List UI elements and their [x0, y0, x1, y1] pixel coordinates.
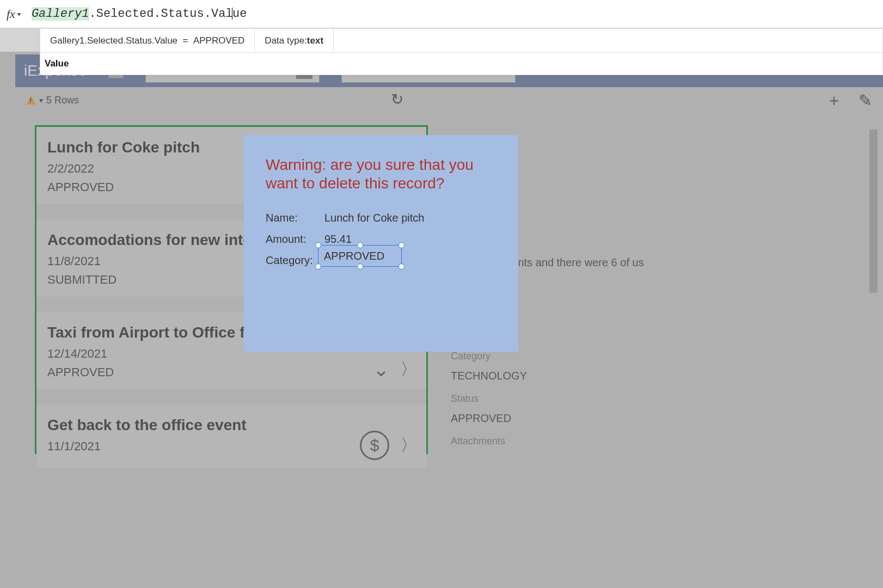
formula-input[interactable]: Gallery1.Selected.Status.Value — [32, 7, 247, 21]
formula-eval: Gallery1.Selected.Status.Value = APPROVE… — [40, 29, 255, 52]
dollar-icon[interactable]: $ — [360, 431, 389, 460]
refresh-icon[interactable]: ↻ — [391, 90, 403, 108]
chevron-down-icon[interactable]: ▾ — [39, 96, 43, 105]
delete-confirm-dialog: Warning: are you sure that you want to d… — [244, 135, 518, 352]
resize-handle[interactable] — [315, 242, 321, 248]
rows-count: ▾ 5 Rows — [26, 95, 79, 106]
detail-category-label: Category — [451, 351, 723, 362]
selected-label-control[interactable]: APPROVED — [318, 245, 402, 267]
edit-icon[interactable]: ✎ — [859, 91, 872, 110]
dialog-name-value: Lunch for Coke pitch — [324, 212, 424, 224]
detail-attachments-label: Attachments — [451, 436, 723, 447]
add-icon[interactable]: ＋ — [826, 89, 842, 112]
resize-handle[interactable] — [357, 242, 363, 248]
list-item[interactable]: Get back to the office event 11/1/2021 $… — [36, 405, 426, 468]
formula-type: Data type: text — [255, 29, 334, 52]
dialog-name-label: Name: — [266, 212, 324, 224]
detail-status-label: Status — [451, 393, 723, 405]
chevron-down-icon[interactable]: ▾ — [17, 10, 21, 18]
resize-handle[interactable] — [398, 264, 404, 270]
formula-text-part: .Selected.Status.Val — [89, 7, 233, 21]
dialog-warning-title: Warning: are you sure that you want to d… — [266, 156, 496, 192]
scrollbar-thumb[interactable] — [869, 130, 878, 293]
resize-handle[interactable] — [357, 264, 363, 270]
item-status: APPROVED — [47, 365, 415, 379]
toolbar: ▾ 5 Rows ↻ ＋ ✎ — [15, 87, 883, 113]
formula-highlight: Gallery1 — [32, 7, 89, 21]
detail-status-value: APPROVED — [451, 412, 723, 425]
chevron-right-icon[interactable]: 〉 — [400, 433, 418, 457]
formula-bar: fx ▾ Gallery1.Selected.Status.Value — [0, 0, 883, 28]
resize-handle[interactable] — [315, 264, 321, 270]
chevron-down-icon[interactable]: ⌄ — [373, 358, 389, 381]
fx-icon: fx — [7, 7, 15, 21]
resize-handle[interactable] — [398, 242, 404, 248]
formula-text-end: ue — [232, 7, 247, 21]
chevron-right-icon[interactable]: 〉 — [400, 358, 418, 382]
formula-tooltip: Gallery1.Selected.Status.Value = APPROVE… — [40, 28, 883, 75]
formula-suggestion[interactable]: Value — [40, 53, 882, 75]
detail-category-value: TECHNOLOGY — [451, 370, 723, 382]
dialog-amount-value: 95.41 — [324, 233, 352, 246]
selected-control-text: APPROVED — [324, 250, 384, 262]
warning-icon[interactable] — [26, 96, 36, 105]
